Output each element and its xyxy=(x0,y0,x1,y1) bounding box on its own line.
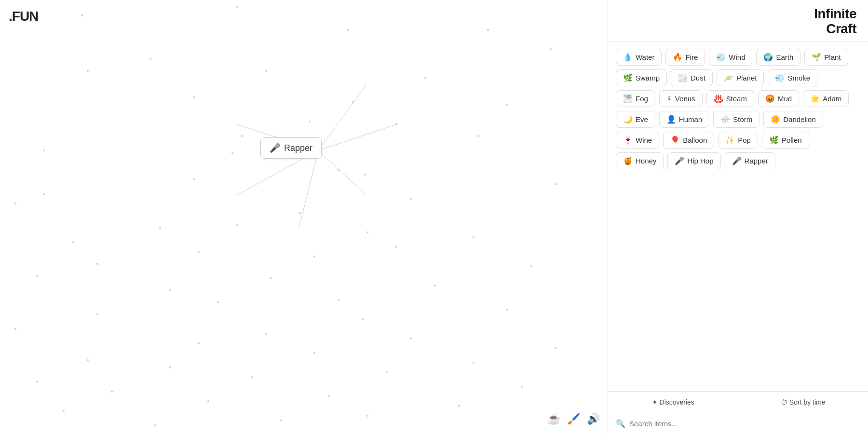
item-label: Mud xyxy=(778,95,792,103)
dot xyxy=(395,246,397,248)
item-emoji: ♀️ xyxy=(666,94,672,103)
dot xyxy=(63,410,65,412)
item-chip-hip-hop[interactable]: 🎤Hip Hop xyxy=(667,152,720,169)
dot xyxy=(193,178,195,180)
item-label: Swamp xyxy=(636,74,660,82)
dot xyxy=(14,328,16,330)
item-emoji: 🍷 xyxy=(623,136,633,145)
dot xyxy=(149,58,151,60)
dot xyxy=(265,333,267,335)
sidebar-footer: ✦ Discoveries ⏱ Sort by time 🔍 xyxy=(608,391,868,434)
dot xyxy=(352,101,354,103)
item-emoji: 🌟 xyxy=(810,94,820,103)
item-chip-pop[interactable]: ✨Pop xyxy=(718,132,758,149)
item-chip-water[interactable]: 💧Water xyxy=(616,49,662,66)
item-label: Dust xyxy=(691,74,705,82)
dot xyxy=(87,70,89,72)
item-chip-human[interactable]: 👤Human xyxy=(659,111,709,128)
dot xyxy=(111,391,113,393)
dot xyxy=(198,342,200,344)
item-chip-wind[interactable]: 💨Wind xyxy=(709,49,752,66)
item-label: Water xyxy=(636,53,654,61)
discoveries-tab[interactable]: ✦ Discoveries xyxy=(608,392,738,413)
coffee-icon[interactable]: ☕ xyxy=(547,413,560,425)
dot xyxy=(207,400,209,402)
item-chip-balloon[interactable]: 🎈Balloon xyxy=(663,132,714,149)
item-chip-smoke[interactable]: 💨Smoke xyxy=(768,69,817,86)
dot xyxy=(36,275,38,277)
sidebar-header: Infinite Craft xyxy=(608,0,868,42)
item-emoji: 🌿 xyxy=(769,136,779,145)
item-chip-adam[interactable]: 🌟Adam xyxy=(803,90,849,107)
item-chip-dust[interactable]: 🌫️Dust xyxy=(671,69,713,86)
item-emoji: 👤 xyxy=(666,115,676,124)
item-emoji: 💨 xyxy=(716,53,726,62)
dot xyxy=(169,289,171,291)
item-chip-planet[interactable]: 🪐Planet xyxy=(717,69,764,86)
item-label: Earth xyxy=(776,53,793,61)
dot xyxy=(241,135,243,137)
item-emoji: 🪐 xyxy=(724,73,733,82)
svg-line-0 xyxy=(318,84,366,150)
sort-tab[interactable]: ⏱ Sort by time xyxy=(738,392,868,413)
dot xyxy=(555,183,556,185)
dot xyxy=(217,301,219,303)
brush-icon[interactable]: 🖌️ xyxy=(567,413,580,425)
dot xyxy=(506,309,508,311)
dot xyxy=(299,212,301,214)
rapper-node[interactable]: 🎤 Rapper xyxy=(260,137,322,159)
item-chip-rapper[interactable]: 🎤Rapper xyxy=(725,152,775,169)
item-emoji: 🌁 xyxy=(623,94,633,103)
rapper-emoji: 🎤 xyxy=(270,143,280,153)
item-emoji: ✨ xyxy=(725,136,735,145)
dot xyxy=(36,381,38,383)
dot xyxy=(555,347,556,349)
item-chip-plant[interactable]: 🌱Plant xyxy=(804,49,848,66)
item-chip-eve[interactable]: 🌙Eve xyxy=(616,111,655,128)
item-emoji: 🌼 xyxy=(771,115,780,124)
search-bar: 🔍 xyxy=(608,413,868,434)
svg-line-2 xyxy=(318,150,366,195)
dot xyxy=(309,121,311,122)
item-chip-earth[interactable]: 🌍Earth xyxy=(756,49,800,66)
item-label: Balloon xyxy=(683,136,707,144)
dot xyxy=(410,338,412,339)
canvas-area[interactable]: .FUN 🎤 Rapper ☕ 🖌️ 🔊 xyxy=(0,0,608,434)
brand-line2: Craft xyxy=(814,22,856,37)
item-emoji: 😡 xyxy=(765,94,775,103)
item-chip-swamp[interactable]: 🌿Swamp xyxy=(616,69,667,86)
dot xyxy=(14,203,16,204)
dot xyxy=(251,376,253,378)
item-label: Fog xyxy=(636,95,648,103)
item-chip-steam[interactable]: ♨️Steam xyxy=(706,90,754,107)
dot xyxy=(395,123,397,125)
dot xyxy=(458,405,460,407)
item-chip-fog[interactable]: 🌁Fog xyxy=(616,90,655,107)
item-chip-dandelion[interactable]: 🌼Dandelion xyxy=(763,111,823,128)
item-chip-honey[interactable]: 🍯Honey xyxy=(616,152,664,169)
canvas-bottom-icons: ☕ 🖌️ 🔊 xyxy=(547,413,600,425)
dot xyxy=(313,352,315,354)
item-emoji: 💨 xyxy=(775,73,785,82)
item-label: Storm xyxy=(733,115,752,123)
item-chip-venus[interactable]: ♀️Venus xyxy=(659,90,703,107)
sound-icon[interactable]: 🔊 xyxy=(587,413,600,425)
item-chip-fire[interactable]: 🔥Fire xyxy=(665,49,705,66)
dot xyxy=(43,193,45,195)
item-chip-mud[interactable]: 😡Mud xyxy=(758,90,799,107)
item-emoji: 🌱 xyxy=(812,53,821,62)
dot xyxy=(328,395,330,397)
item-chip-wine[interactable]: 🍷Wine xyxy=(616,132,659,149)
dot xyxy=(313,256,315,258)
item-chip-pollen[interactable]: 🌿Pollen xyxy=(762,132,809,149)
item-emoji: ♨️ xyxy=(714,94,723,103)
search-input[interactable] xyxy=(629,420,860,428)
item-chip-storm[interactable]: ⛈️Storm xyxy=(713,111,760,128)
dot xyxy=(347,29,349,31)
dot xyxy=(265,70,267,72)
item-label: Dandelion xyxy=(783,115,816,123)
footer-tabs: ✦ Discoveries ⏱ Sort by time xyxy=(608,392,868,413)
dot xyxy=(521,386,523,388)
item-label: Adam xyxy=(823,95,841,103)
item-label: Wind xyxy=(729,53,745,61)
